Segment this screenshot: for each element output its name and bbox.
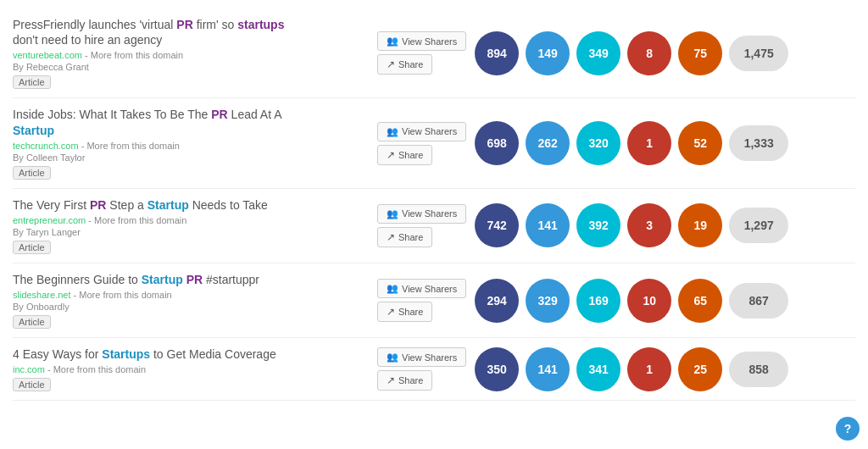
article-link[interactable]: The Beginners Guide to Startup PR #start… (13, 273, 259, 286)
stat-pinterest: 19 (678, 203, 722, 247)
more-from-domain[interactable]: - More from this domain (81, 141, 180, 151)
stat-total: 1,333 (729, 125, 788, 161)
article-link[interactable]: 4 Easy Ways for Startups to Get Media Co… (13, 347, 276, 361)
stat-facebook: 698 (475, 121, 519, 165)
share-button[interactable]: Share (377, 370, 432, 391)
stat-total: 1,475 (729, 36, 788, 71)
share-icon (387, 149, 395, 161)
article-link[interactable]: PressFriendly launches 'virtual PR firm'… (13, 18, 284, 47)
article-link[interactable]: Inside Jobs: What It Takes To Be The PR … (13, 108, 282, 136)
stat-pinterest: 75 (678, 31, 722, 75)
article-author: By Onboardly (13, 302, 369, 312)
article-title: PressFriendly launches 'virtual PR firm'… (13, 17, 369, 47)
share-label: Share (398, 150, 423, 160)
stat-google: 10 (627, 279, 671, 323)
article-author: By Rebecca Grant (13, 62, 369, 72)
stat-facebook: 350 (475, 347, 519, 391)
article-info: Inside Jobs: What It Takes To Be The PR … (13, 107, 369, 179)
share-label: Share (398, 59, 423, 69)
view-sharers-label: View Sharers (402, 352, 457, 363)
article-row: The Very First PR Step a Startup Needs t… (13, 189, 855, 263)
article-tag: Article (13, 378, 51, 391)
main-container: PressFriendly launches 'virtual PR firm'… (0, 0, 868, 409)
article-stats: 894 149 349 8 75 1,475 (475, 31, 855, 75)
article-actions: View Sharers Share (369, 204, 475, 247)
highlight-pr: PR (176, 18, 192, 31)
highlight-startup: Startup (142, 273, 183, 286)
article-row: The Beginners Guide to Startup PR #start… (13, 263, 855, 338)
view-sharers-label: View Sharers (402, 126, 457, 136)
stat-google: 8 (627, 31, 671, 75)
stat-facebook: 894 (475, 31, 519, 75)
more-from-domain[interactable]: - More from this domain (74, 290, 172, 300)
article-tag: Article (13, 241, 51, 254)
article-meta: slideshare.net - More from this domain (13, 290, 369, 300)
stat-twitter: 262 (526, 121, 570, 165)
stat-facebook: 742 (475, 203, 519, 247)
article-actions: View Sharers Share (369, 279, 475, 322)
article-stats: 350 141 341 1 25 858 (475, 347, 855, 391)
view-sharers-label: View Sharers (402, 208, 457, 219)
more-from-domain[interactable]: - More from this domain (88, 215, 186, 225)
stat-linkedin: 341 (576, 347, 620, 391)
article-title: The Beginners Guide to Startup PR #start… (13, 272, 369, 287)
share-icon (387, 374, 395, 386)
stat-pinterest: 65 (678, 279, 722, 323)
view-sharers-button[interactable]: View Sharers (377, 279, 466, 298)
share-label: Share (398, 307, 423, 317)
share-button[interactable]: Share (377, 227, 432, 247)
view-sharers-label: View Sharers (402, 284, 457, 294)
article-stats: 742 141 392 3 19 1,297 (475, 203, 855, 247)
users-icon (387, 126, 398, 137)
article-domain[interactable]: venturebeat.com (13, 50, 82, 60)
highlight-startup: Startup (147, 198, 189, 212)
article-actions: View Sharers Share (369, 347, 475, 391)
article-link[interactable]: The Very First PR Step a Startup Needs t… (13, 198, 268, 212)
share-button[interactable]: Share (377, 145, 432, 165)
article-domain[interactable]: entrepreneur.com (13, 215, 86, 225)
article-info: The Beginners Guide to Startup PR #start… (13, 272, 369, 329)
article-tag: Article (13, 315, 51, 329)
stat-linkedin: 169 (576, 279, 620, 323)
stat-twitter: 149 (526, 31, 570, 75)
stat-google: 3 (627, 203, 671, 247)
view-sharers-button[interactable]: View Sharers (377, 122, 466, 141)
more-from-domain[interactable]: - More from this domain (85, 50, 183, 60)
view-sharers-button[interactable]: View Sharers (377, 204, 466, 224)
highlight-pr: PR (186, 273, 203, 286)
stat-total: 858 (729, 352, 788, 387)
article-title: Inside Jobs: What It Takes To Be The PR … (13, 107, 369, 137)
users-icon (387, 352, 398, 363)
stat-pinterest: 52 (678, 121, 722, 165)
view-sharers-button[interactable]: View Sharers (377, 347, 466, 367)
article-row: 4 Easy Ways for Startups to Get Media Co… (13, 338, 855, 401)
more-from-domain[interactable]: - More from this domain (47, 364, 146, 374)
article-meta: entrepreneur.com - More from this domain (13, 215, 369, 225)
article-info: PressFriendly launches 'virtual PR firm'… (13, 17, 369, 89)
stat-pinterest: 25 (678, 347, 722, 391)
share-icon (387, 306, 395, 318)
share-button[interactable]: Share (377, 54, 432, 75)
article-domain[interactable]: techcrunch.com (13, 141, 79, 151)
article-domain[interactable]: inc.com (13, 364, 45, 374)
article-stats: 698 262 320 1 52 1,333 (475, 121, 855, 165)
view-sharers-label: View Sharers (402, 36, 457, 47)
article-domain[interactable]: slideshare.net (13, 290, 71, 300)
article-title: 4 Easy Ways for Startups to Get Media Co… (13, 346, 369, 362)
help-button[interactable]: ? (836, 417, 860, 441)
highlight-startup: Startup (13, 124, 54, 137)
share-button[interactable]: Share (377, 302, 432, 322)
share-label: Share (398, 232, 423, 242)
stat-linkedin: 392 (576, 203, 620, 247)
view-sharers-button[interactable]: View Sharers (377, 31, 466, 51)
article-row: PressFriendly launches 'virtual PR firm'… (13, 8, 855, 98)
share-icon (387, 58, 395, 70)
share-label: Share (398, 375, 423, 385)
article-actions: View Sharers Share (369, 122, 475, 165)
article-author: By Taryn Langer (13, 227, 369, 237)
stat-total: 867 (729, 283, 788, 319)
article-author: By Colleen Taylor (13, 152, 369, 163)
article-info: 4 Easy Ways for Startups to Get Media Co… (13, 346, 369, 391)
stat-linkedin: 349 (576, 31, 620, 75)
share-icon (387, 231, 395, 243)
